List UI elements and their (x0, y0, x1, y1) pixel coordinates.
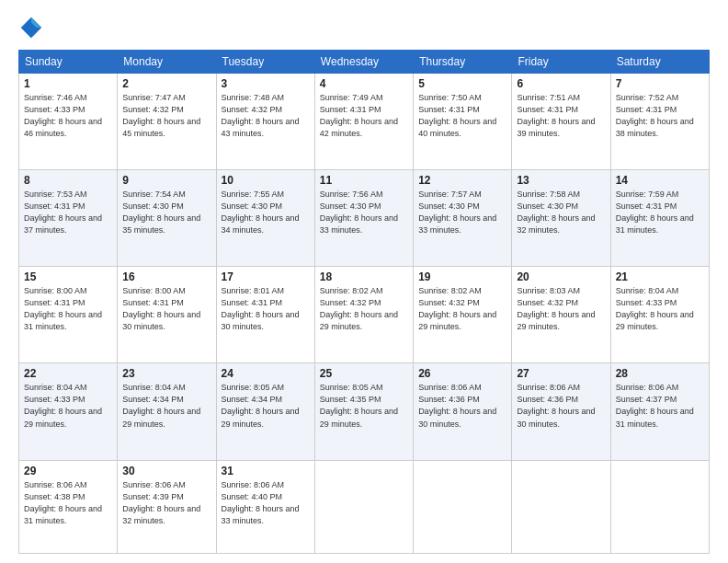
day-number: 27 (517, 367, 605, 380)
weekday-header: Friday (512, 51, 610, 74)
day-number: 12 (418, 174, 506, 187)
day-info: Sunrise: 8:02 AMSunset: 4:32 PMDaylight:… (320, 285, 408, 333)
day-info: Sunrise: 7:48 AMSunset: 4:32 PMDaylight:… (222, 92, 310, 140)
calendar-day-cell: 5Sunrise: 7:50 AMSunset: 4:31 PMDaylight… (414, 74, 512, 170)
calendar-day-cell: 26Sunrise: 8:06 AMSunset: 4:36 PMDayligh… (414, 363, 512, 460)
day-info: Sunrise: 7:51 AMSunset: 4:31 PMDaylight:… (517, 92, 605, 140)
day-number: 31 (222, 465, 310, 477)
day-info: Sunrise: 8:04 AMSunset: 4:33 PMDaylight:… (616, 285, 704, 333)
weekday-header: Saturday (610, 51, 709, 74)
calendar-day-cell: 27Sunrise: 8:06 AMSunset: 4:36 PMDayligh… (512, 363, 610, 460)
day-number: 19 (418, 270, 506, 283)
day-number: 25 (320, 367, 408, 380)
day-number: 11 (320, 174, 408, 187)
calendar-day-cell: 22Sunrise: 8:04 AMSunset: 4:33 PMDayligh… (19, 363, 118, 460)
calendar-day-cell: 4Sunrise: 7:49 AMSunset: 4:31 PMDaylight… (314, 74, 413, 170)
day-number: 14 (616, 174, 704, 187)
day-number: 21 (616, 270, 704, 283)
day-info: Sunrise: 7:58 AMSunset: 4:30 PMDaylight:… (517, 189, 605, 236)
day-number: 6 (517, 77, 605, 90)
header (18, 15, 710, 40)
calendar-day-cell: 11Sunrise: 7:56 AMSunset: 4:30 PMDayligh… (314, 170, 413, 267)
day-info: Sunrise: 8:06 AMSunset: 4:40 PMDaylight:… (222, 479, 310, 527)
day-number: 17 (222, 270, 310, 283)
day-info: Sunrise: 7:57 AMSunset: 4:30 PMDaylight:… (418, 189, 506, 236)
day-number: 9 (122, 174, 210, 187)
calendar-day-cell: 25Sunrise: 8:05 AMSunset: 4:35 PMDayligh… (314, 363, 413, 460)
calendar-day-cell: 16Sunrise: 8:00 AMSunset: 4:31 PMDayligh… (118, 267, 216, 363)
calendar-week-row: 8Sunrise: 7:53 AMSunset: 4:31 PMDaylight… (19, 170, 710, 267)
day-number: 4 (320, 77, 408, 90)
page: SundayMondayTuesdayWednesdayThursdayFrid… (0, 0, 728, 563)
logo-icon (18, 15, 44, 40)
day-info: Sunrise: 8:06 AMSunset: 4:37 PMDaylight:… (616, 382, 704, 430)
day-number: 18 (320, 270, 408, 283)
calendar-day-cell: 1Sunrise: 7:46 AMSunset: 4:33 PMDaylight… (19, 74, 118, 170)
day-number: 7 (616, 77, 704, 90)
calendar-week-row: 22Sunrise: 8:04 AMSunset: 4:33 PMDayligh… (19, 363, 710, 460)
day-info: Sunrise: 7:53 AMSunset: 4:31 PMDaylight:… (24, 189, 112, 236)
day-number: 22 (24, 367, 112, 380)
calendar-header-row: SundayMondayTuesdayWednesdayThursdayFrid… (19, 51, 710, 74)
weekday-header: Wednesday (314, 51, 413, 74)
calendar-day-cell: 2Sunrise: 7:47 AMSunset: 4:32 PMDaylight… (118, 74, 216, 170)
day-info: Sunrise: 8:04 AMSunset: 4:34 PMDaylight:… (122, 382, 210, 430)
day-info: Sunrise: 8:06 AMSunset: 4:36 PMDaylight:… (418, 382, 506, 430)
day-info: Sunrise: 7:50 AMSunset: 4:31 PMDaylight:… (418, 92, 506, 140)
calendar-day-cell: 12Sunrise: 7:57 AMSunset: 4:30 PMDayligh… (414, 170, 512, 267)
calendar-day-cell (314, 460, 413, 554)
calendar-day-cell: 19Sunrise: 8:02 AMSunset: 4:32 PMDayligh… (414, 267, 512, 363)
calendar-day-cell: 28Sunrise: 8:06 AMSunset: 4:37 PMDayligh… (610, 363, 709, 460)
day-number: 20 (517, 270, 605, 283)
day-info: Sunrise: 7:47 AMSunset: 4:32 PMDaylight:… (122, 92, 210, 140)
day-info: Sunrise: 7:46 AMSunset: 4:33 PMDaylight:… (24, 92, 112, 140)
day-number: 28 (616, 367, 704, 380)
day-number: 15 (24, 270, 112, 283)
calendar-day-cell: 31Sunrise: 8:06 AMSunset: 4:40 PMDayligh… (216, 460, 314, 554)
day-info: Sunrise: 8:03 AMSunset: 4:32 PMDaylight:… (517, 285, 605, 333)
calendar-day-cell: 20Sunrise: 8:03 AMSunset: 4:32 PMDayligh… (512, 267, 610, 363)
calendar-day-cell: 14Sunrise: 7:59 AMSunset: 4:31 PMDayligh… (610, 170, 709, 267)
day-number: 13 (517, 174, 605, 187)
day-info: Sunrise: 8:06 AMSunset: 4:36 PMDaylight:… (517, 382, 605, 430)
day-number: 3 (222, 77, 310, 90)
day-info: Sunrise: 7:49 AMSunset: 4:31 PMDaylight:… (320, 92, 408, 140)
logo (18, 15, 48, 40)
day-number: 5 (418, 77, 506, 90)
calendar-day-cell: 9Sunrise: 7:54 AMSunset: 4:30 PMDaylight… (118, 170, 216, 267)
calendar-day-cell: 29Sunrise: 8:06 AMSunset: 4:38 PMDayligh… (19, 460, 118, 554)
day-info: Sunrise: 8:04 AMSunset: 4:33 PMDaylight:… (24, 382, 112, 430)
day-info: Sunrise: 7:59 AMSunset: 4:31 PMDaylight:… (616, 189, 704, 236)
day-info: Sunrise: 8:05 AMSunset: 4:35 PMDaylight:… (320, 382, 408, 430)
calendar-day-cell: 15Sunrise: 8:00 AMSunset: 4:31 PMDayligh… (19, 267, 118, 363)
calendar-day-cell: 3Sunrise: 7:48 AMSunset: 4:32 PMDaylight… (216, 74, 314, 170)
calendar-day-cell: 10Sunrise: 7:55 AMSunset: 4:30 PMDayligh… (216, 170, 314, 267)
calendar-week-row: 1Sunrise: 7:46 AMSunset: 4:33 PMDaylight… (19, 74, 710, 170)
day-info: Sunrise: 8:02 AMSunset: 4:32 PMDaylight:… (418, 285, 506, 333)
weekday-header: Sunday (19, 51, 118, 74)
calendar-week-row: 29Sunrise: 8:06 AMSunset: 4:38 PMDayligh… (19, 460, 710, 554)
day-info: Sunrise: 8:06 AMSunset: 4:38 PMDaylight:… (24, 479, 112, 527)
calendar-day-cell (512, 460, 610, 554)
calendar-table: SundayMondayTuesdayWednesdayThursdayFrid… (18, 50, 710, 554)
day-number: 10 (222, 174, 310, 187)
calendar-day-cell: 7Sunrise: 7:52 AMSunset: 4:31 PMDaylight… (610, 74, 709, 170)
calendar-day-cell (414, 460, 512, 554)
calendar-day-cell: 13Sunrise: 7:58 AMSunset: 4:30 PMDayligh… (512, 170, 610, 267)
day-number: 1 (24, 77, 112, 90)
day-info: Sunrise: 7:54 AMSunset: 4:30 PMDaylight:… (122, 189, 210, 236)
calendar-day-cell: 8Sunrise: 7:53 AMSunset: 4:31 PMDaylight… (19, 170, 118, 267)
day-info: Sunrise: 8:00 AMSunset: 4:31 PMDaylight:… (122, 285, 210, 333)
day-number: 2 (122, 77, 210, 90)
day-number: 29 (24, 465, 112, 477)
day-info: Sunrise: 8:06 AMSunset: 4:39 PMDaylight:… (122, 479, 210, 527)
weekday-header: Tuesday (216, 51, 314, 74)
day-info: Sunrise: 7:56 AMSunset: 4:30 PMDaylight:… (320, 189, 408, 236)
weekday-header: Thursday (414, 51, 512, 74)
day-info: Sunrise: 7:55 AMSunset: 4:30 PMDaylight:… (222, 189, 310, 236)
calendar-day-cell: 30Sunrise: 8:06 AMSunset: 4:39 PMDayligh… (118, 460, 216, 554)
day-number: 24 (222, 367, 310, 380)
calendar-day-cell (610, 460, 709, 554)
day-number: 30 (122, 465, 210, 477)
calendar-day-cell: 6Sunrise: 7:51 AMSunset: 4:31 PMDaylight… (512, 74, 610, 170)
